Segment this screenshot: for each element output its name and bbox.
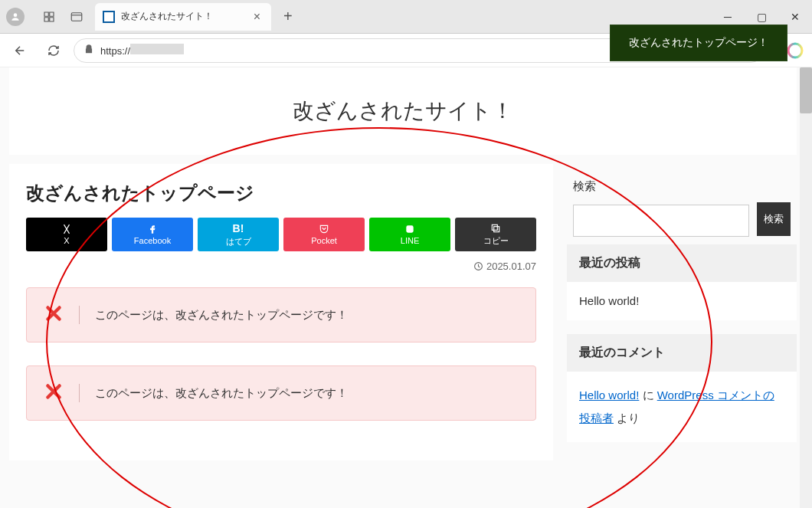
article-date: 2025.01.07 [26, 261, 536, 272]
svg-rect-4 [406, 225, 413, 232]
share-facebook-button[interactable]: Facebook [112, 218, 193, 251]
overlay-banner: 改ざんされたトップページ！ [610, 25, 787, 61]
recent-post-link[interactable]: Hello world! [579, 294, 639, 307]
tab-title: 改ざんされたサイト！ [121, 10, 244, 23]
widget-title: 最近のコメント [567, 334, 797, 372]
share-buttons: X Facebook B! はてブ Pocket [26, 218, 536, 251]
tab-close-button[interactable]: × [250, 10, 264, 24]
share-hatena-button[interactable]: B! はてブ [198, 218, 279, 251]
tab-actions-icon[interactable] [64, 5, 89, 29]
search-button[interactable]: 検索 [757, 202, 791, 236]
lock-icon [83, 44, 94, 57]
scrollbar[interactable] [800, 67, 812, 508]
comment-post-link[interactable]: Hello world! [579, 388, 639, 401]
error-icon [44, 382, 64, 405]
recent-comments-widget: 最近のコメント Hello world! に WordPress コメントの投稿… [567, 334, 797, 442]
share-line-button[interactable]: LINE [369, 218, 450, 251]
alert-box-2: このページは、改ざんされたトップページです！ [26, 365, 536, 421]
alert-box-1: このページは、改ざんされたトップページです！ [26, 287, 536, 342]
share-pocket-button[interactable]: Pocket [283, 218, 365, 251]
article-title: 改ざんされたトップページ [26, 181, 536, 205]
search-label: 検索 [573, 179, 749, 194]
alert-text: このページは、改ざんされたトップページです！ [95, 308, 348, 323]
copilot-icon[interactable] [784, 40, 806, 61]
profile-icon[interactable] [6, 8, 25, 26]
search-widget: 検索 検索 [567, 164, 797, 244]
workspaces-icon[interactable] [37, 5, 61, 29]
share-copy-button[interactable]: コピー [455, 218, 536, 251]
main-content: 改ざんされたトップページ X Facebook B! はてブ [9, 164, 553, 460]
widget-title: 最近の投稿 [567, 244, 797, 282]
site-header: 改ざんされたサイト！ [9, 67, 797, 155]
recent-posts-widget: 最近の投稿 Hello world! [567, 244, 797, 320]
svg-rect-5 [494, 226, 499, 231]
alert-text: このページは、改ざんされたトップページです！ [95, 386, 348, 401]
url-text: https:// [100, 44, 184, 57]
refresh-button[interactable] [40, 37, 67, 64]
page-viewport: 改ざんされたサイト！ 改ざんされたトップページ X Facebook [0, 67, 812, 508]
favicon-icon [103, 11, 115, 23]
svg-point-3 [788, 44, 802, 57]
svg-rect-1 [71, 12, 82, 21]
browser-tab[interactable]: 改ざんされたサイト！ × [95, 3, 271, 31]
error-icon [44, 303, 64, 326]
comment-item: Hello world! に WordPress コメントの投稿者 より [579, 388, 774, 424]
new-tab-button[interactable]: + [277, 8, 299, 25]
svg-rect-6 [492, 225, 497, 230]
site-title: 改ざんされたサイト！ [25, 97, 781, 126]
search-input[interactable] [573, 205, 749, 237]
sidebar: 検索 検索 最近の投稿 Hello world! 最近のコメント [567, 164, 797, 460]
back-button[interactable] [6, 37, 34, 64]
blurred-domain [130, 44, 184, 54]
scrollbar-thumb[interactable] [800, 67, 812, 113]
svg-point-0 [14, 13, 18, 17]
share-x-button[interactable]: X [26, 218, 107, 251]
